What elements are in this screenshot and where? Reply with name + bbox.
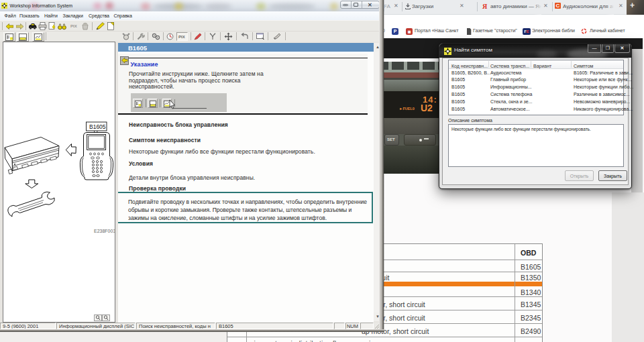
svg-text:B1605: B1605 bbox=[89, 123, 106, 130]
svg-text:E238F003: E238F003 bbox=[94, 229, 115, 233]
